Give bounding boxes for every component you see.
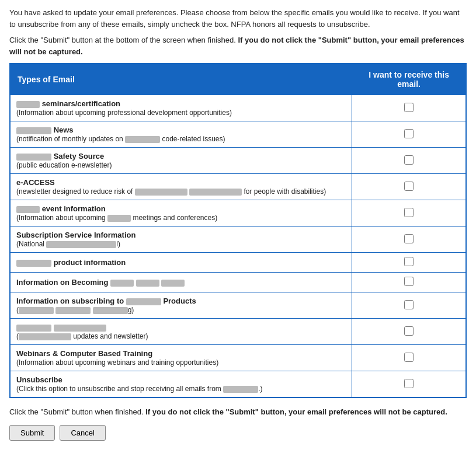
row-type-becoming: Information on Becoming [10, 273, 352, 292]
checkbox-cell-safety [352, 148, 466, 174]
redacted-block [223, 386, 258, 393]
checkbox-event[interactable] [404, 208, 414, 217]
row-type-seminars: seminars/certification (Information abou… [10, 95, 352, 121]
intro-paragraph-2: Click the "Submit" button at the bottom … [9, 34, 467, 57]
row-type-webinars: Webinars & Computer Based Training (Info… [10, 345, 352, 371]
table-row: event information (Information about upc… [10, 200, 466, 226]
checkbox-updates[interactable] [404, 326, 414, 336]
checkbox-subscription[interactable] [404, 234, 414, 243]
cancel-button[interactable]: Cancel [60, 425, 105, 441]
column-header-type: Types of Email [10, 64, 352, 95]
redacted-block [16, 154, 51, 161]
checkbox-cell-event [352, 200, 466, 226]
redacted-block [126, 298, 161, 305]
checkbox-cell-webinars [352, 345, 466, 371]
redacted-block [46, 241, 116, 248]
row-type-subscribing: Information on subscribing to Products (… [10, 292, 352, 319]
intro-paragraph-1: You have asked to update your email pref… [9, 7, 467, 30]
table-row: Information on Becoming [10, 273, 466, 292]
redacted-block [16, 101, 40, 108]
checkbox-product[interactable] [404, 257, 414, 266]
checkbox-safety[interactable] [404, 155, 414, 165]
table-row: product information [10, 253, 466, 273]
redacted-block [19, 307, 54, 314]
checkbox-cell-product [352, 253, 466, 273]
redacted-block [107, 215, 131, 222]
checkbox-cell-subscribing [352, 292, 466, 319]
checkbox-cell-updates [352, 319, 466, 345]
checkbox-cell-eaccess [352, 174, 466, 200]
redacted-block [16, 260, 51, 267]
intro-p2-normal: Click the "Submit" button at the bottom … [9, 36, 238, 44]
footer-bold: If you do not click the "Submit" button,… [145, 407, 447, 416]
checkbox-cell-unsubscribe [352, 371, 466, 398]
redacted-block [16, 325, 51, 332]
redacted-block [93, 307, 128, 314]
checkbox-subscribing[interactable] [404, 300, 414, 309]
redacted-block [189, 189, 242, 196]
row-type-safety: Safety Source (public education e-newsle… [10, 148, 352, 174]
row-type-updates: ( updates and newsletter) [10, 319, 352, 345]
checkbox-eaccess[interactable] [404, 182, 414, 191]
row-type-unsubscribe: Unsubscribe (Click this option to unsubs… [10, 371, 352, 398]
checkbox-cell-seminars [352, 95, 466, 121]
checkbox-webinars[interactable] [404, 353, 414, 362]
redacted-block [54, 325, 106, 332]
checkbox-cell-news [352, 121, 466, 148]
table-row: Information on subscribing to Products (… [10, 292, 466, 319]
email-preferences-table: Types of Email I want to receive this em… [9, 63, 467, 398]
table-row: Subscription Service Information (Nation… [10, 226, 466, 253]
redacted-block [125, 136, 160, 143]
table-row: Safety Source (public education e-newsle… [10, 148, 466, 174]
redacted-block [19, 333, 71, 340]
redacted-block [110, 280, 134, 287]
footer-text: Click the "Submit" button when finished.… [9, 406, 467, 418]
row-type-event: event information (Information about upc… [10, 200, 352, 226]
redacted-block [55, 307, 91, 314]
row-type-news: News (notification of monthly updates on… [10, 121, 352, 148]
redacted-block [161, 280, 185, 287]
row-type-product: product information [10, 253, 352, 273]
row-type-eaccess: e-ACCESS (newsletter designed to reduce … [10, 174, 352, 200]
checkbox-cell-becoming [352, 273, 466, 292]
row-type-subscription: Subscription Service Information (Nation… [10, 226, 352, 253]
redacted-block [136, 280, 159, 287]
table-row: Unsubscribe (Click this option to unsubs… [10, 371, 466, 398]
redacted-block [16, 206, 40, 213]
redacted-block [135, 189, 187, 196]
table-row: e-ACCESS (newsletter designed to reduce … [10, 174, 466, 200]
submit-button[interactable]: Submit [9, 425, 55, 441]
table-row: seminars/certification (Information abou… [10, 95, 466, 121]
table-row: News (notification of monthly updates on… [10, 121, 466, 148]
checkbox-becoming[interactable] [404, 277, 414, 286]
table-row: ( updates and newsletter) [10, 319, 466, 345]
checkbox-unsubscribe[interactable] [404, 379, 414, 388]
button-row: Submit Cancel [9, 425, 467, 441]
table-row: Webinars & Computer Based Training (Info… [10, 345, 466, 371]
column-header-want: I want to receive this email. [352, 64, 466, 95]
checkbox-cell-subscription [352, 226, 466, 253]
redacted-block [16, 127, 51, 134]
footer-normal: Click the "Submit" button when finished. [9, 407, 145, 416]
intro-section: You have asked to update your email pref… [9, 7, 467, 57]
checkbox-news[interactable] [404, 129, 414, 138]
checkbox-seminars[interactable] [404, 103, 414, 112]
